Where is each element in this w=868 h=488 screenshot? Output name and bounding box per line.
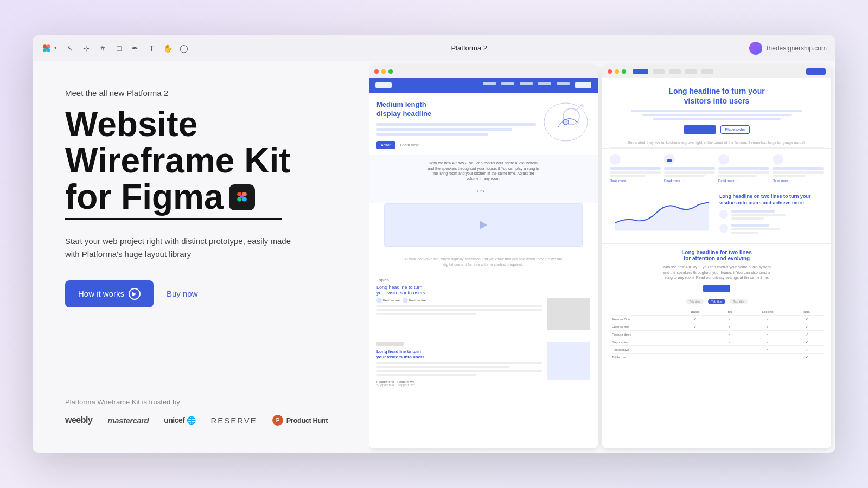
wireframe-article-inner: Long headline to turnyour visitors into … — [376, 342, 590, 387]
dot-red-r — [608, 69, 612, 74]
mastercard-logo: mastercard — [107, 416, 149, 425]
table-cell-check-5-3: ✓ — [745, 346, 790, 354]
pricing-tab-2[interactable]: Tab title — [708, 299, 726, 304]
mockup-nav-left — [369, 78, 598, 93]
rw-sf-line3 — [731, 217, 764, 220]
rw-sf2-line3 — [731, 232, 758, 234]
wireframe-card-section: Topics Long headline to turnyour visitor… — [369, 272, 598, 336]
table-cell-check-6-4: ✓ — [790, 354, 824, 361]
dot-green-r — [622, 69, 626, 74]
table-row: Feature three ✓ ✓ ✓ — [610, 331, 824, 338]
nav-link-4 — [538, 82, 551, 85]
rw-feature-1: Read more → — [610, 154, 661, 182]
svg-point-12 — [563, 119, 569, 125]
buy-now-button[interactable]: Buy now — [167, 289, 198, 298]
mockup-scroll-left[interactable]: Medium lengthdisplay headline Action Lea… — [369, 78, 598, 448]
rw-feat3-line-2 — [718, 171, 769, 174]
select-tool-icon[interactable]: ⊹ — [81, 43, 91, 53]
table-cell-check-1-2: ✓ — [713, 316, 745, 323]
table-cell-check-2-2: ✓ — [713, 323, 745, 331]
unicef-logo: unicef 🌐 — [164, 416, 195, 425]
svg-point-4 — [46, 47, 48, 49]
wireframe-middle-section: With the new AirPlay 2, you can control … — [369, 155, 598, 203]
mockup-scroll-right[interactable]: Long headline to turn yourvisitors into … — [602, 78, 831, 448]
rw-feature-3: Read more → — [718, 154, 769, 182]
table-header-free: Free — [713, 309, 745, 316]
rw-s-feat-text-1 — [731, 210, 786, 220]
hero-subtitle: Meet the all new Platforma 2 — [65, 88, 336, 98]
right-nav-brand — [633, 69, 648, 74]
buy-now-label: Buy now — [167, 289, 198, 298]
rw-sf-line2 — [731, 214, 786, 216]
pricing-tab-1[interactable]: Tab title — [686, 299, 704, 304]
trusted-section: Platforma Wireframe Kit is trusted by we… — [65, 398, 336, 426]
table-cell-feature-3: Feature three — [610, 331, 677, 338]
hero-illustration-svg — [541, 100, 590, 144]
table-cell-check-5-2 — [713, 346, 745, 354]
rw-pricing-section: Long headline for two linesfor attention… — [602, 243, 831, 367]
rw-pricing-btn — [703, 285, 730, 292]
rw-feature-icon-3 — [718, 154, 729, 165]
table-row: Feature One ✓ ✓ ✓ ✓ — [610, 316, 824, 323]
wf-text-3 — [376, 133, 488, 136]
table-header-total: Total — [790, 309, 824, 316]
wireframe-video — [384, 203, 583, 247]
browser-toolbar: • ↖ ⊹ # □ ✒ T ✋ ◯ Platforma 2 thedesigne… — [33, 35, 835, 61]
table-cell-check-5-4: ✓ — [790, 346, 824, 354]
rw-btn-outline: Placeholder — [720, 125, 750, 134]
mockup-window-left: Medium lengthdisplay headline Action Lea… — [369, 66, 598, 448]
rw-feat-link-2: Read more → — [664, 179, 715, 182]
hero-underline — [65, 218, 282, 220]
table-cell-feature-5: Responsive — [610, 346, 677, 354]
half-circle — [667, 159, 672, 162]
toolbar-tools: ↖ ⊹ # □ ✒ T ✋ ◯ — [65, 43, 189, 53]
cursor-tool-icon[interactable]: ↖ — [65, 43, 75, 53]
rw-feat-line-3 — [610, 175, 646, 177]
figma-logo-badge — [229, 184, 255, 210]
wf-card-label: Topics — [376, 278, 590, 282]
wireframe-tags: Feature text Feature text — [376, 298, 542, 303]
pricing-tab-3[interactable]: Tab title — [730, 299, 748, 304]
comment-tool-icon[interactable]: ◯ — [179, 43, 189, 53]
table-cell-feature-1: Feature One — [610, 316, 677, 323]
rect-tool-icon[interactable]: □ — [114, 43, 124, 53]
main-content: Meet the all new Platforma 2 Website Wir… — [33, 61, 835, 453]
frame-tool-icon[interactable]: # — [98, 43, 107, 53]
rw-feat4-line-1 — [773, 167, 824, 170]
wf-line-1 — [376, 305, 542, 307]
rw-desc-1 — [631, 110, 802, 112]
rw-sf2-line2 — [731, 228, 780, 230]
rw-feat4-line-2 — [773, 171, 824, 174]
figma-icon — [41, 43, 52, 54]
rw-btn-primary — [684, 125, 716, 134]
wf-article-features: Feature oneSupport text Feature twoSuppo… — [376, 380, 542, 387]
table-cell-check-6-2 — [713, 354, 745, 361]
rw-sf2-line1 — [731, 224, 769, 227]
nav-link-5 — [557, 82, 570, 85]
rw-feat2-line-3 — [664, 175, 705, 177]
table-cell-check-1-4: ✓ — [790, 316, 824, 323]
wf-article-line-2 — [376, 366, 509, 368]
wf-text-1 — [376, 123, 536, 126]
table-cell-check-5-1 — [677, 346, 713, 354]
rw-chart-section: Long headline on two lines to turn yourv… — [602, 188, 831, 243]
hand-tool-icon[interactable]: ✋ — [163, 43, 173, 53]
rw-chart-area — [610, 194, 714, 237]
right-tab-4 — [701, 69, 713, 74]
pricing-table: Basic Free Second Total Feature One ✓ — [610, 309, 824, 361]
rw-feature-icon-1 — [610, 154, 621, 165]
wireframe-hero-left: Medium lengthdisplay headline Action Lea… — [376, 100, 536, 149]
wf-article-image — [547, 342, 590, 380]
how-it-works-button[interactable]: How it works ▶ — [65, 280, 154, 307]
wf-feature-lines — [376, 305, 542, 315]
hero-title-line2: Wireframe Kit — [65, 143, 336, 179]
nav-link-2 — [501, 82, 514, 85]
weebly-logo: weebly — [65, 415, 92, 425]
right-tab-3 — [685, 69, 697, 74]
wf-btn: Action — [376, 141, 395, 149]
wf-text-2 — [376, 128, 512, 131]
rw-features: Read more → Read more → — [602, 148, 831, 188]
pen-tool-icon[interactable]: ✒ — [130, 43, 140, 53]
table-cell-check-4-2: ✓ — [713, 338, 745, 346]
text-tool-icon[interactable]: T — [146, 43, 156, 53]
